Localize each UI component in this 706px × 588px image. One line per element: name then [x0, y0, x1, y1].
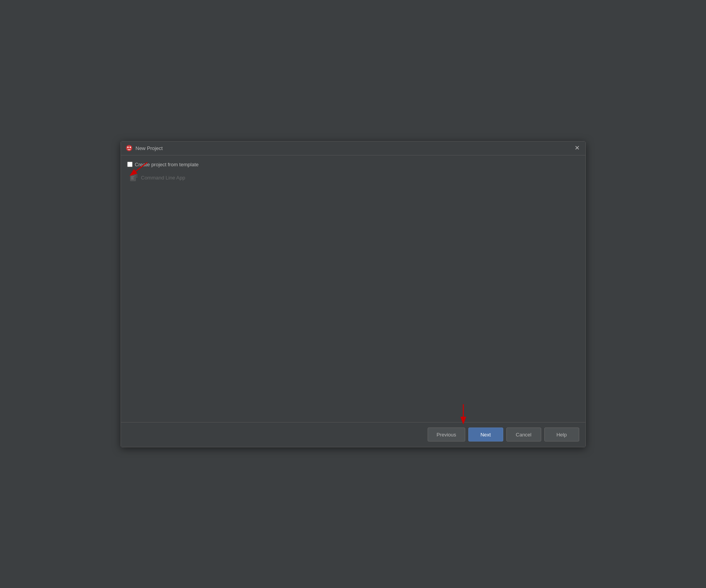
new-project-dialog: New Project ✕ Create project from templa… [121, 141, 586, 447]
close-button[interactable]: ✕ [574, 145, 581, 152]
dialog-footer: Previous Next Cancel Help [121, 422, 585, 447]
create-from-template-checkbox[interactable] [127, 162, 133, 167]
previous-button[interactable]: Previous [428, 428, 465, 441]
svg-rect-5 [131, 178, 133, 178]
dialog-content: Create project from template >_ Command … [121, 155, 585, 422]
svg-point-0 [126, 145, 132, 151]
help-button[interactable]: Help [544, 428, 579, 441]
template-item-label: Command Line App [141, 175, 185, 181]
annotation-arrow-next [452, 402, 475, 426]
cancel-button[interactable]: Cancel [506, 428, 541, 441]
dialog-title: New Project [136, 145, 163, 151]
svg-rect-6 [131, 179, 134, 179]
create-from-template-label[interactable]: Create project from template [135, 162, 199, 167]
template-item: >_ Command Line App [127, 172, 579, 184]
app-icon [126, 145, 133, 152]
svg-point-1 [127, 147, 129, 148]
title-bar: New Project ✕ [121, 141, 585, 155]
next-button[interactable]: Next [468, 428, 503, 441]
svg-point-2 [129, 147, 131, 148]
title-bar-left: New Project [126, 145, 163, 152]
svg-rect-4 [131, 176, 134, 177]
template-item-icon: >_ [129, 174, 138, 182]
svg-text:>_: >_ [135, 174, 138, 178]
checkbox-row: Create project from template [127, 162, 579, 167]
